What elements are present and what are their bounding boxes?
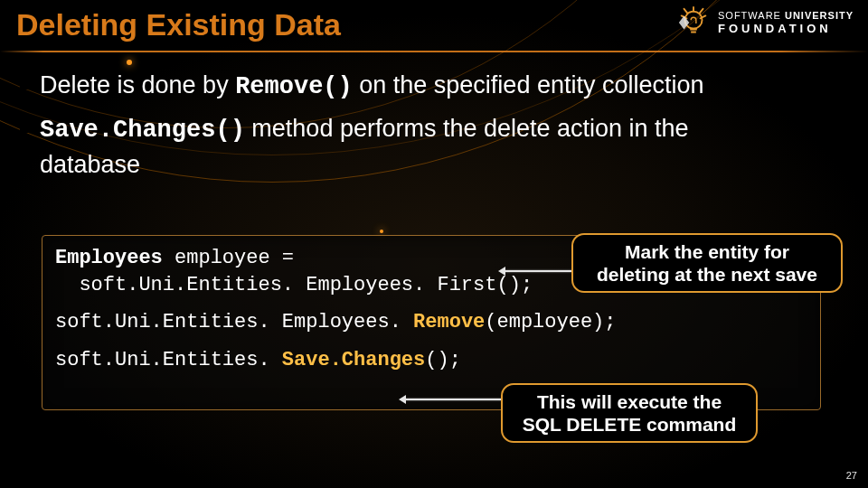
title-underline	[0, 51, 868, 52]
code-text: soft.Uni.Entities. Employees.	[55, 311, 413, 333]
logo-text-university: UNIVERSITY	[785, 10, 854, 21]
bullet-list: Delete is done by Remove() on the specif…	[20, 69, 843, 188]
bullet-1-text-post: on the specified entity collection	[353, 71, 704, 99]
logo-text-software: SOFTWARE	[718, 10, 781, 21]
code-method-savechanges: Save.Changes	[282, 349, 425, 371]
page-number: 27	[846, 470, 857, 481]
code-text: (employee);	[485, 311, 616, 333]
code-text: soft.Uni.Entities.	[55, 349, 282, 371]
callout-text: deleting at the next save	[586, 263, 828, 286]
code-text: employee =	[163, 247, 294, 269]
code-method-remove: Remove	[413, 311, 485, 333]
decorative-dot	[127, 60, 132, 65]
softuni-logo: SOFTWARE UNIVERSITY FOUNDATION	[676, 5, 854, 40]
callout-text: This will execute the	[515, 390, 743, 413]
connector-line-2	[405, 399, 503, 400]
callout-text: SQL DELETE command	[515, 413, 743, 436]
bullet-1-code: Remove()	[235, 73, 353, 100]
code-line-4: soft.Uni.Entities. Save.Changes();	[55, 347, 807, 374]
bullet-2: Save.Changes() method performs the delet…	[20, 112, 843, 146]
bullet-1: Delete is done by Remove() on the specif…	[20, 69, 843, 103]
arrow-left-icon	[399, 395, 406, 404]
bullet-2-code: Save.Changes()	[40, 117, 245, 144]
code-type: Employees	[55, 247, 163, 269]
bullet-1-text: Delete is done by	[40, 71, 235, 99]
logo-line2: FOUNDATION	[718, 23, 854, 34]
connector-line-1	[505, 270, 575, 272]
code-line-3: soft.Uni.Entities. Employees. Remove(emp…	[55, 309, 807, 336]
callout-sql-delete: This will execute the SQL DELETE command	[501, 383, 758, 443]
slide: Deleting Existing Data SOFTWARE UNIVERSI…	[0, 0, 868, 488]
bullet-2-text: method performs the delete action in the	[245, 115, 689, 142]
callout-mark-entity: Mark the entity for deleting at the next…	[571, 233, 843, 293]
svg-point-0	[684, 12, 702, 29]
logo-line1: SOFTWARE UNIVERSITY	[718, 11, 854, 21]
lightbulb-icon	[676, 5, 711, 40]
arrow-left-icon	[498, 267, 505, 276]
code-text: ();	[425, 349, 461, 371]
bullet-2-continuation: database	[20, 151, 843, 179]
callout-text: Mark the entity for	[586, 240, 828, 263]
slide-title: Deleting Existing Data	[16, 7, 341, 42]
decorative-dot	[380, 230, 383, 233]
